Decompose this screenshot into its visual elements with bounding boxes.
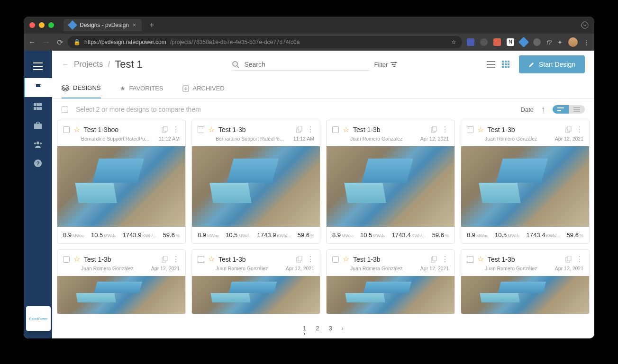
logo-badge[interactable]: RatedPower [26, 306, 51, 331]
card-checkbox[interactable] [332, 126, 339, 133]
extension-icon[interactable] [533, 38, 541, 46]
sort-label[interactable]: Date [521, 106, 534, 113]
filter-button[interactable]: Filter [374, 59, 397, 71]
back-button[interactable]: ← [28, 38, 36, 46]
copy-icon[interactable] [431, 126, 437, 133]
design-card[interactable]: ☆ Test 1-3b ⋮ Juan Romero González Apr 1… [191, 249, 320, 314]
extensions-icon[interactable]: ✦ [557, 39, 563, 46]
browser-menu-icon[interactable] [581, 21, 589, 29]
svg-rect-28 [164, 126, 167, 131]
page-3[interactable]: 3 [328, 325, 332, 332]
address-bar[interactable]: 🔒 https://pvdesign.ratedpower.com/projec… [68, 36, 462, 48]
copy-icon[interactable] [296, 126, 303, 133]
copy-icon[interactable] [162, 126, 168, 133]
card-checkbox[interactable] [63, 126, 70, 133]
tab-designs[interactable]: DESIGNS [62, 78, 101, 98]
close-tab-icon[interactable]: × [133, 22, 136, 28]
chrome-menu-icon[interactable]: ⋮ [583, 39, 590, 46]
list-view-icon[interactable] [487, 61, 495, 68]
more-icon[interactable]: ⋮ [441, 255, 449, 264]
close-window-button[interactable] [29, 22, 35, 28]
maximize-window-button[interactable] [48, 22, 54, 28]
density-comfortable[interactable] [553, 105, 569, 114]
page-2[interactable]: 2 [316, 325, 319, 332]
back-arrow-icon[interactable]: ← [62, 60, 69, 69]
card-thumbnail[interactable] [461, 146, 589, 227]
copy-icon[interactable] [162, 256, 168, 263]
card-checkbox[interactable] [198, 256, 204, 263]
design-card[interactable]: ☆ Test 1-3boo ⋮ Bernardino Support Rated… [57, 120, 186, 244]
more-icon[interactable]: ⋮ [172, 125, 180, 134]
sidebar-briefcase[interactable] [24, 116, 52, 135]
more-icon[interactable]: ⋮ [172, 255, 180, 264]
design-card[interactable]: ☆ Test 1-3b ⋮ Juan Romero González Apr 1… [57, 249, 186, 314]
favorite-star-icon[interactable]: ☆ [343, 125, 349, 134]
design-card[interactable]: ☆ Test 1-3b ⋮ Juan Romero González Apr 1… [326, 120, 455, 244]
favorite-star-icon[interactable]: ☆ [73, 125, 80, 134]
card-thumbnail[interactable] [192, 276, 320, 314]
card-thumbnail[interactable] [57, 146, 185, 227]
card-checkbox[interactable] [467, 126, 473, 133]
select-all-checkbox[interactable] [62, 106, 68, 113]
card-thumbnail[interactable] [192, 146, 320, 227]
more-icon[interactable]: ⋮ [307, 255, 314, 264]
design-card[interactable]: ☆ Test 1-3b ⋮ Bernardino Support RatedPo… [191, 120, 320, 244]
sidebar-panels[interactable] [24, 97, 52, 116]
copy-icon[interactable] [565, 126, 572, 133]
profile-avatar[interactable] [568, 37, 578, 47]
design-card[interactable]: ☆ Test 1-3b ⋮ Juan Romero González Apr 1… [461, 120, 590, 244]
card-time: Apr 12, 2021 [420, 136, 449, 142]
card-checkbox[interactable] [332, 256, 339, 263]
favorite-star-icon[interactable]: ☆ [343, 255, 349, 264]
design-card[interactable]: ☆ Test 1-3b ⋮ Juan Romero González Apr 1… [326, 249, 455, 314]
new-tab-button[interactable]: + [149, 20, 154, 30]
favorite-star-icon[interactable]: ☆ [477, 125, 484, 134]
forward-button[interactable]: → [43, 38, 50, 46]
menu-toggle[interactable] [24, 54, 52, 78]
minimize-window-button[interactable] [39, 22, 45, 28]
design-card[interactable]: ☆ Test 1-3b ⋮ Juan Romero González Apr 1… [461, 249, 590, 314]
card-checkbox[interactable] [198, 126, 204, 133]
more-icon[interactable]: ⋮ [576, 255, 583, 264]
breadcrumb-parent[interactable]: Projects [74, 60, 103, 69]
grid-view-icon[interactable] [502, 61, 509, 68]
sidebar-users[interactable] [24, 135, 52, 154]
page-next-icon[interactable]: › [342, 325, 344, 332]
copy-icon[interactable] [565, 256, 572, 263]
tab-favorites[interactable]: ★ FAVORITES [120, 78, 164, 98]
search-box[interactable] [232, 59, 369, 71]
start-design-button[interactable]: Start Design [519, 55, 585, 73]
star-bookmark-icon[interactable]: ☆ [451, 39, 456, 45]
extension-icon[interactable]: f? [546, 39, 552, 46]
copy-icon[interactable] [296, 256, 303, 263]
card-author: Bernardino Support RatedPo... [216, 136, 284, 142]
card-thumbnail[interactable] [327, 146, 454, 227]
card-thumbnail[interactable] [327, 276, 454, 314]
favorite-star-icon[interactable]: ☆ [73, 255, 80, 264]
density-compact[interactable] [569, 105, 585, 114]
sidebar-flag[interactable] [24, 78, 52, 97]
favorite-star-icon[interactable]: ☆ [208, 255, 215, 264]
extension-icon[interactable] [480, 38, 488, 46]
extension-icon[interactable] [467, 38, 474, 46]
sidebar-help[interactable]: ? [24, 154, 52, 173]
extension-icon[interactable] [493, 38, 501, 46]
sort-direction-icon[interactable]: ↑ [541, 105, 545, 114]
more-icon[interactable]: ⋮ [441, 125, 449, 134]
copy-icon[interactable] [431, 256, 437, 263]
extension-icon[interactable] [518, 37, 529, 48]
favorite-star-icon[interactable]: ☆ [208, 125, 215, 134]
more-icon[interactable]: ⋮ [576, 125, 583, 134]
card-checkbox[interactable] [467, 256, 473, 263]
more-icon[interactable]: ⋮ [307, 125, 314, 134]
card-checkbox[interactable] [63, 256, 70, 263]
card-thumbnail[interactable] [461, 276, 589, 314]
tab-archived[interactable]: ARCHIVED [182, 78, 225, 98]
extension-icon[interactable]: N [507, 38, 514, 46]
browser-tab[interactable]: Designs - pvDesign × [64, 19, 142, 31]
reload-button[interactable]: ⟳ [57, 38, 63, 47]
page-1[interactable]: 1 [303, 325, 306, 332]
card-thumbnail[interactable] [57, 276, 185, 314]
search-input[interactable] [244, 61, 369, 68]
favorite-star-icon[interactable]: ☆ [477, 255, 484, 264]
